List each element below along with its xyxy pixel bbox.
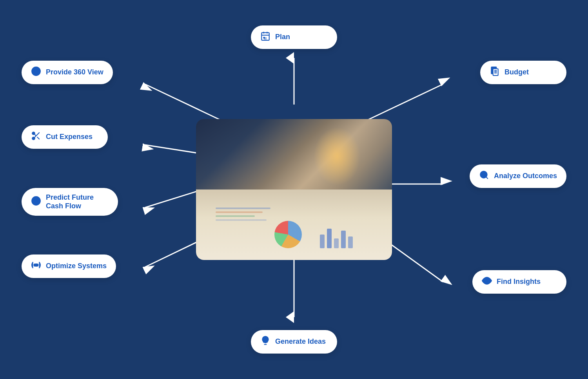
- provide360-label: Provide 360 View: [46, 68, 103, 77]
- svg-point-37: [483, 174, 484, 175]
- svg-line-9: [365, 84, 443, 121]
- predict-icon: [31, 196, 41, 208]
- generate-ideas-box: Generate Ideas: [251, 330, 337, 354]
- plan-label: Plan: [275, 33, 290, 42]
- svg-line-32: [37, 137, 40, 139]
- calendar-icon: ⊞: [260, 31, 270, 43]
- ideas-icon: [260, 336, 270, 348]
- svg-line-35: [486, 177, 488, 179]
- find-insights-box: Find Insights: [472, 270, 566, 294]
- budget-icon: [490, 66, 500, 79]
- optimize-systems-box: Optimize Systems: [22, 254, 116, 278]
- plan-box: ⊞ Plan: [251, 25, 337, 49]
- center-image: [196, 119, 392, 260]
- provide360-box: 360° Provide 360 View: [22, 61, 113, 84]
- optimize-systems-label: Optimize Systems: [46, 262, 107, 271]
- diagram-container: ⊞ Plan Budget 360° Provide 360 View: [0, 0, 588, 379]
- budget-label: Budget: [505, 68, 529, 77]
- analyze-icon: [479, 170, 489, 182]
- 360-icon: 360°: [31, 66, 41, 79]
- optimize-icon: [31, 260, 41, 273]
- insights-icon: [482, 276, 492, 288]
- predict-cashflow-box: Predict Future Cash Flow: [22, 188, 118, 216]
- svg-line-33: [34, 134, 36, 136]
- svg-point-30: [32, 137, 35, 140]
- svg-text:⊞: ⊞: [264, 36, 267, 40]
- svg-point-42: [35, 264, 38, 267]
- svg-point-29: [32, 132, 35, 135]
- budget-box: Budget: [480, 61, 566, 84]
- cut-icon: [31, 131, 41, 143]
- analyze-outcomes-box: Analyze Outcomes: [470, 164, 566, 188]
- cut-expenses-label: Cut Expenses: [46, 133, 93, 141]
- cut-expenses-box: Cut Expenses: [22, 125, 108, 149]
- generate-ideas-label: Generate Ideas: [275, 337, 326, 346]
- predict-cashflow-label: Predict Future Cash Flow: [46, 193, 109, 210]
- svg-line-10: [145, 84, 223, 121]
- find-insights-label: Find Insights: [497, 278, 541, 286]
- svg-point-41: [486, 280, 487, 281]
- analyze-outcomes-label: Analyze Outcomes: [494, 172, 557, 180]
- svg-text:360°: 360°: [33, 69, 40, 73]
